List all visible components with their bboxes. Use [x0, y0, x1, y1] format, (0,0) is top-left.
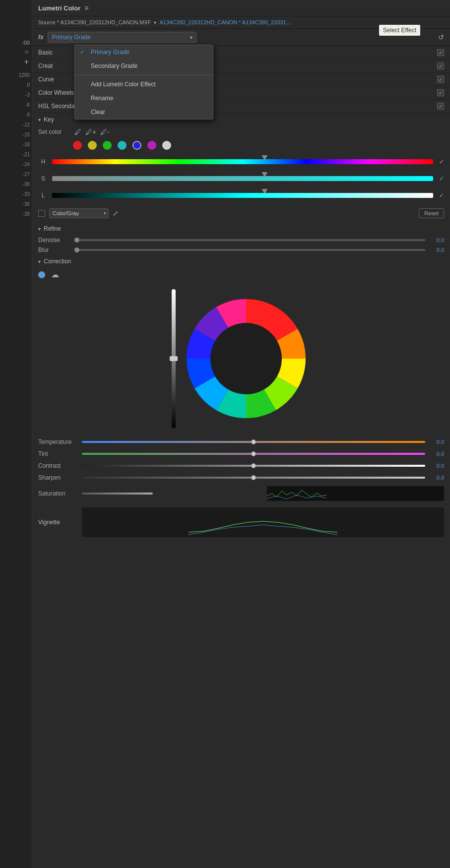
reset-button[interactable]: Reset	[419, 208, 444, 218]
color-wheel-container	[32, 281, 450, 436]
timeline-time: :00	[22, 40, 32, 46]
lum-label: L	[38, 192, 48, 199]
denoise-row: Denoise 0.0	[38, 235, 444, 245]
blur-thumb[interactable]	[74, 248, 79, 252]
ruler-label: 0	[27, 80, 32, 90]
vignette-graph	[82, 507, 444, 537]
set-color-label: Set color	[38, 128, 70, 135]
source-bar: Source * A134C390_220312HD_CANON.MXF ▾ A…	[32, 16, 450, 29]
sharpen-value: 0.0	[429, 475, 444, 481]
hue-track[interactable]	[52, 159, 433, 164]
hue-label: H	[38, 158, 48, 165]
swatch-magenta[interactable]	[147, 141, 156, 150]
denoise-track[interactable]	[74, 239, 425, 241]
source-dropdown-arrow[interactable]: ▾	[154, 20, 156, 25]
lum-check[interactable]: ✓	[439, 192, 444, 199]
color-mode-select[interactable]: Color/Gray Color Gray White/Black	[49, 208, 109, 218]
tint-value: 0.0	[429, 451, 444, 457]
expand-icon[interactable]: ⤢	[113, 209, 119, 217]
blur-track[interactable]	[74, 249, 425, 251]
source-clip: A134C390_220312HD_CANON * A134C390_22031…	[159, 19, 444, 25]
tint-track[interactable]	[82, 453, 425, 455]
dropdown-item-add-effect[interactable]: Add Lumetri Color Effect	[75, 77, 213, 91]
swatch-red[interactable]	[73, 141, 82, 150]
ruler-label: -27	[23, 170, 32, 180]
main-panel: Lumetri Color ≡ Source * A134C390_220312…	[32, 0, 450, 868]
dropdown-item-clear[interactable]: Clear	[75, 105, 213, 119]
correction-collapse-arrow[interactable]: ▾	[38, 259, 41, 264]
ruler-label: 1200	[19, 70, 32, 80]
sharpen-track[interactable]	[82, 477, 425, 479]
vignette-row: Vignette	[32, 503, 450, 541]
refine-collapse-arrow[interactable]: ▾	[38, 226, 41, 232]
saturation-track[interactable]	[82, 493, 153, 495]
correction-icons: ☁	[38, 268, 444, 281]
sat-track[interactable]	[52, 176, 433, 181]
tint-thumb[interactable]	[251, 451, 256, 456]
temperature-track[interactable]	[82, 441, 425, 443]
saturation-track-wrapper	[82, 492, 259, 496]
fx-reset-icon[interactable]: ↺	[438, 33, 444, 41]
contrast-label: Contrast	[38, 462, 78, 469]
tint-label: Tint	[38, 450, 78, 457]
swatch-white[interactable]	[162, 141, 171, 150]
correction-title: Correction	[44, 258, 71, 265]
color-mode-checkbox[interactable]	[38, 210, 45, 217]
swatch-yellow[interactable]	[88, 141, 97, 150]
eyedropper-plus-icon[interactable]: 🖊+	[85, 128, 96, 136]
section-basic-checkbox[interactable]	[437, 49, 444, 56]
hue-check[interactable]: ✓	[439, 158, 444, 165]
ruler-label: -30	[23, 180, 32, 189]
temperature-value: 0.0	[429, 439, 444, 445]
hsl-secondary-checkbox[interactable]	[437, 103, 444, 110]
swatch-blue[interactable]	[132, 141, 141, 150]
lum-track[interactable]	[52, 193, 433, 198]
fx-dropdown[interactable]: Primary Grade	[48, 32, 196, 43]
eyedropper-add-icon[interactable]: 🖊	[74, 128, 81, 136]
contrast-track[interactable]	[82, 465, 425, 467]
swatch-green[interactable]	[103, 141, 112, 150]
lum-slider-container	[52, 189, 433, 201]
wheel-vertical-slider[interactable]	[172, 289, 176, 428]
section-color-wheels-checkbox[interactable]	[437, 89, 444, 96]
contrast-track-wrapper	[82, 464, 425, 468]
refine-title: Refine	[44, 225, 61, 232]
sharpen-thumb[interactable]	[251, 475, 256, 480]
ruler-panel: :00 ○ + // Ruler labels rendered dynamic…	[0, 0, 32, 868]
swatch-cyan[interactable]	[118, 141, 127, 150]
ruler-label: -21	[23, 150, 32, 160]
sat-label: S	[38, 175, 48, 182]
sharpen-label: Sharpen	[38, 474, 78, 481]
section-creative-checkbox[interactable]	[437, 62, 444, 69]
dropdown-item-primary-grade[interactable]: Primary Grade	[75, 45, 213, 59]
contrast-thumb[interactable]	[251, 463, 256, 468]
lum-slider-row: L ✓	[38, 187, 444, 203]
timeline-add[interactable]: +	[24, 58, 32, 66]
dropdown-item-rename[interactable]: Rename	[75, 91, 213, 105]
color-wheel[interactable]	[182, 294, 311, 423]
saturation-row: Saturation	[38, 484, 444, 503]
timeline-scrubber[interactable]: ○	[25, 48, 32, 56]
eyedropper-minus-icon[interactable]: 🖊-	[100, 128, 110, 136]
section-curves-checkbox[interactable]	[437, 76, 444, 83]
color-mode-select-wrapper: Color/Gray Color Gray White/Black ▾	[49, 208, 109, 218]
dropdown-item-secondary-grade[interactable]: Secondary Grade	[75, 59, 213, 73]
sharpen-row: Sharpen 0.0	[38, 472, 444, 484]
svg-point-0	[210, 323, 282, 394]
ruler-label: -33	[23, 189, 32, 199]
source-name: Source * A134C390_220312HD_CANON.MXF	[38, 19, 151, 25]
hue-slider-row: H ✓	[38, 154, 444, 170]
panel-menu-icon[interactable]: ≡	[84, 4, 88, 12]
correction-sliders: Temperature 0.0 Tint 0.0 Contrast	[32, 436, 450, 503]
ruler-label: -15	[23, 130, 32, 140]
correction-person-icon[interactable]: ☁	[51, 270, 59, 279]
denoise-label: Denoise	[38, 237, 70, 244]
fx-dropdown-wrapper: Primary Grade ▾	[48, 32, 196, 43]
key-collapse-arrow[interactable]: ▾	[38, 117, 41, 123]
set-color-row: Set color 🖊 🖊+ 🖊-	[38, 126, 444, 138]
wheel-v-thumb[interactable]	[170, 356, 178, 361]
correction-dot[interactable]	[38, 271, 45, 278]
denoise-thumb[interactable]	[74, 238, 79, 243]
temperature-thumb[interactable]	[251, 439, 256, 444]
sat-check[interactable]: ✓	[439, 175, 444, 182]
